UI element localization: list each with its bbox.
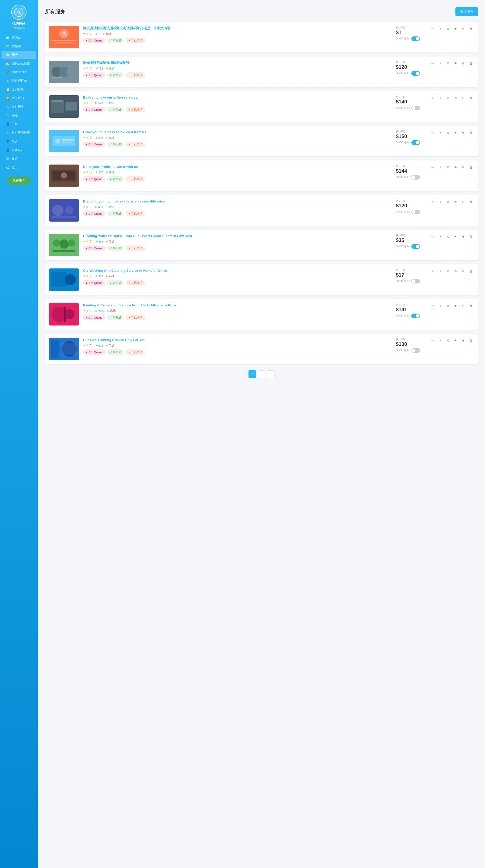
edit-icon-1[interactable]: ✏ (430, 26, 435, 32)
sidebar-item-offers[interactable]: 🏷优惠券 (2, 42, 36, 51)
sidebar-item-pending-orders[interactable]: ≡待处理订单 (2, 77, 36, 85)
view-icon-3[interactable]: 👁 (453, 95, 458, 101)
copy-icon-7[interactable]: ⧉ (445, 234, 451, 240)
view-icon-5[interactable]: 👁 (453, 164, 458, 170)
service-toggle-5[interactable] (411, 175, 420, 180)
block-icon-1[interactable]: ⊘ (460, 26, 466, 32)
view-icon-4[interactable]: 👁 (453, 130, 458, 135)
delete-icon-9[interactable]: 🗑 (468, 303, 474, 309)
delete-icon-7[interactable]: 🗑 (468, 234, 474, 240)
view-icon-2[interactable]: 👁 (453, 61, 458, 66)
add-service-button[interactable]: 添加服务 (455, 7, 478, 16)
edit-icon-2[interactable]: ✏ (430, 61, 435, 66)
copy-icon-5[interactable]: ⧉ (445, 164, 451, 170)
service-toggle-10[interactable] (411, 348, 420, 353)
nav-label-reviews: 评论 (12, 113, 18, 118)
delete-icon-8[interactable]: 🗑 (468, 269, 474, 274)
edit-icon-3[interactable]: ✏ (430, 95, 435, 101)
copy-icon-10[interactable]: ⧉ (445, 338, 451, 343)
copy-icon-8[interactable]: ⧉ (445, 269, 451, 274)
service-status-5: ⊙ 在线 (106, 170, 114, 174)
view-icon-8[interactable]: 👁 (453, 269, 458, 274)
block-icon-3[interactable]: ⊘ (460, 95, 466, 101)
delete-icon-1[interactable]: 🗑 (468, 26, 474, 32)
sidebar-item-intro[interactable]: 👤简介 (2, 137, 36, 146)
page-btn-2[interactable]: 2 (258, 370, 265, 378)
block-icon-4[interactable]: ⊘ (460, 130, 466, 135)
service-toggle-7[interactable] (411, 244, 420, 249)
block-icon-9[interactable]: ⊘ (460, 303, 466, 309)
service-meta-9: ★ 0 (0) 👁 2186 ⊙ 离线 (83, 309, 392, 313)
on-off-label-6: On/Off 服务: (396, 210, 410, 214)
add-icon-3[interactable]: + (437, 95, 443, 101)
service-meta-2: ★ 0 (0) 👁 712 ⊙ 在线 (83, 66, 392, 70)
edit-icon-10[interactable]: ✏ (430, 338, 435, 343)
edit-icon-4[interactable]: ✏ (430, 130, 435, 135)
view-icon-1[interactable]: 👁 (453, 26, 458, 32)
service-toggle-1[interactable] (411, 36, 420, 41)
edit-icon-5[interactable]: ✏ (430, 164, 435, 170)
add-icon-6[interactable]: + (437, 199, 443, 205)
sidebar-item-staff[interactable]: 👤工单 (2, 120, 36, 128)
add-icon-4[interactable]: + (437, 130, 443, 135)
service-actions-4: ✏ + ⧉ 👁 ⊘ 🗑 (430, 130, 474, 135)
view-icon-9[interactable]: 👁 (453, 303, 458, 309)
sidebar-item-notifications[interactable]: 🔔所有通知 (2, 94, 36, 102)
delete-icon-4[interactable]: 🗑 (468, 130, 474, 135)
service-toggle-6[interactable] (411, 210, 420, 214)
page-btn-1[interactable]: 1 (249, 370, 256, 378)
service-toggle-2[interactable] (411, 71, 420, 75)
sidebar-item-services[interactable]: ⚙服务 (2, 51, 36, 59)
block-icon-7[interactable]: ⊘ (460, 234, 466, 240)
delete-icon-5[interactable]: 🗑 (468, 164, 474, 170)
block-icon-8[interactable]: ⊘ (460, 269, 466, 274)
delete-icon-6[interactable]: 🗑 (468, 199, 474, 205)
add-icon-10[interactable]: + (437, 338, 443, 343)
view-icon-6[interactable]: 👁 (453, 199, 458, 205)
block-icon-6[interactable]: ⊘ (460, 199, 466, 205)
sidebar-item-all-orders[interactable]: 📋全部订单 (2, 85, 36, 94)
page-btn-3[interactable]: 3 (267, 370, 275, 378)
copy-icon-1[interactable]: ⧉ (445, 26, 451, 32)
delete-icon-2[interactable]: 🗑 (468, 61, 474, 66)
sidebar-item-creative-qa[interactable]: ❓创建时间表 (2, 68, 36, 76)
edit-icon-6[interactable]: ✏ (430, 199, 435, 205)
stat-cancel-6: ✕ 0 已取消 (126, 211, 145, 216)
view-icon-7[interactable]: 👁 (453, 234, 458, 240)
add-icon-1[interactable]: + (437, 26, 443, 32)
add-icon-8[interactable]: + (437, 269, 443, 274)
stat-queue-5: ● 0 In Queue (83, 176, 105, 182)
service-toggle-4[interactable] (411, 140, 420, 145)
sidebar-item-business-hours[interactable]: 📅编辑营业日期 (2, 59, 36, 68)
edit-icon-9[interactable]: ✏ (430, 303, 435, 309)
sidebar-item-verification[interactable]: 👤资质认证 (2, 146, 36, 154)
edit-icon-8[interactable]: ✏ (430, 269, 435, 274)
view-icon-10[interactable]: 👁 (453, 338, 458, 343)
delete-icon-10[interactable]: 🗑 (468, 338, 474, 343)
service-toggle-8[interactable] (411, 279, 420, 283)
sidebar-item-settings[interactable]: ⚙设置 (2, 155, 36, 163)
add-icon-2[interactable]: + (437, 61, 443, 66)
service-toggle-9[interactable] (411, 313, 420, 318)
sidebar-item-dashboard[interactable]: ▦仪表盘 (2, 33, 36, 42)
block-icon-10[interactable]: ⊘ (460, 338, 466, 343)
add-icon-9[interactable]: + (437, 303, 443, 309)
add-icon-5[interactable]: + (437, 164, 443, 170)
copy-icon-6[interactable]: ⧉ (445, 199, 451, 205)
copy-icon-3[interactable]: ⧉ (445, 95, 451, 101)
copy-icon-4[interactable]: ⧉ (445, 130, 451, 135)
add-icon-7[interactable]: + (437, 234, 443, 240)
copy-icon-9[interactable]: ⧉ (445, 303, 451, 309)
delete-icon-3[interactable]: 🗑 (468, 95, 474, 101)
sidebar-cta-button[interactable]: 亿作服务 (7, 177, 31, 185)
sidebar-item-todo[interactable]: ≡待办事项列表 (2, 129, 36, 137)
edit-icon-7[interactable]: ✏ (430, 234, 435, 240)
block-icon-5[interactable]: ⊘ (460, 164, 466, 170)
copy-icon-2[interactable]: ⧉ (445, 61, 451, 66)
sidebar-item-reviews[interactable]: ☆评论 (2, 111, 36, 120)
service-info-6: Branding your company with us at reasona… (83, 199, 392, 216)
sidebar-item-logout[interactable]: ⏻登出 (2, 163, 36, 172)
service-toggle-3[interactable] (411, 106, 420, 110)
sidebar-item-payments[interactable]: $支付历史 (2, 103, 36, 111)
block-icon-2[interactable]: ⊘ (460, 61, 466, 66)
